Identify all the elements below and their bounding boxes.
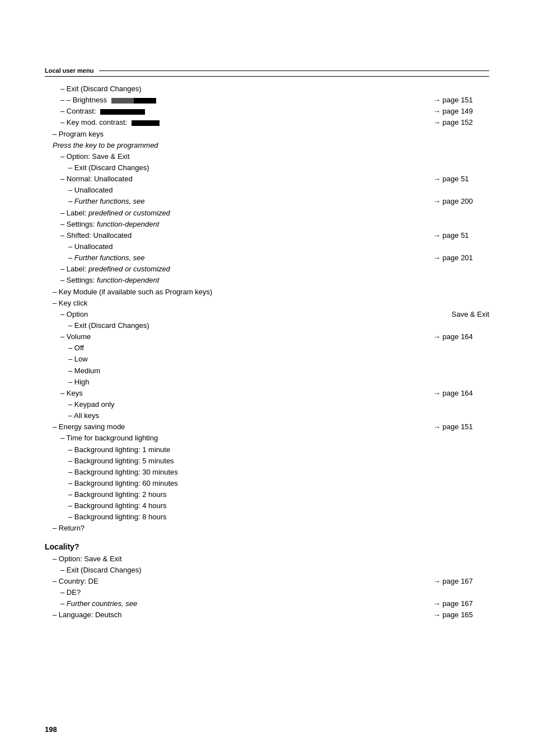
list-item: – All keys — [45, 410, 489, 421]
list-item: – Energy saving mode → page 151 — [45, 421, 489, 433]
list-item: – Further countries, see → page 167 — [45, 598, 489, 609]
list-item: – Exit (Discard Changes) — [45, 162, 489, 173]
list-item: – Background lighting: 1 minute — [45, 444, 489, 456]
list-item: – Exit (Discard Changes) — [45, 320, 489, 331]
list-item: – Option: Save & Exit — [45, 553, 489, 565]
list-item: – Unallocated — [45, 241, 489, 252]
brightness-slider — [111, 98, 156, 104]
list-item: – Key Module (if available such as Progr… — [45, 287, 489, 298]
list-item: – Background lighting: 60 minutes — [45, 478, 489, 489]
contrast-slider — [100, 109, 145, 115]
list-item: – High — [45, 377, 489, 388]
list-item: – Option Save & Exit — [45, 309, 489, 320]
list-item: – Unallocated — [45, 185, 489, 196]
list-item: – Label: predefined or customized — [45, 208, 489, 219]
section-title: Local user menu — [45, 67, 93, 74]
locality-header: Locality? — [45, 542, 489, 551]
list-item: – Medium — [45, 365, 489, 377]
locality-section: Locality? – Option: Save & Exit – Exit (… — [45, 542, 489, 621]
list-item: – Key mod. contrast: → page 152 — [45, 117, 489, 128]
list-item: – Key click — [45, 298, 489, 309]
list-item: – Background lighting: 8 hours — [45, 511, 489, 523]
list-item: – Program keys — [45, 129, 489, 140]
list-item: – Off — [45, 342, 489, 354]
list-item: – Keypad only — [45, 399, 489, 410]
list-item: – Background lighting: 5 minutes — [45, 456, 489, 467]
list-item: – Settings: function-dependent — [45, 219, 489, 230]
list-item: – Return? — [45, 523, 489, 534]
list-item: – Further functions, see → page 200 — [45, 196, 489, 207]
list-item: – Time for background lighting — [45, 433, 489, 444]
list-item: Press the key to be programmed — [45, 140, 489, 151]
menu-content: – Exit (Discard Changes) – – Brightness … — [45, 83, 489, 534]
list-item: – Option: Save & Exit — [45, 151, 489, 162]
list-item: – Exit (Discard Changes) — [45, 83, 489, 95]
section-header: Local user menu — [45, 67, 489, 77]
list-item: – Low — [45, 354, 489, 365]
keymod-slider — [132, 120, 160, 126]
list-item: – DE? — [45, 587, 489, 598]
list-item: – Volume → page 164 — [45, 331, 489, 342]
list-item: – Settings: function-dependent — [45, 275, 489, 286]
list-item: – Contrast: → page 149 — [45, 106, 489, 117]
list-item: – Keys → page 164 — [45, 388, 489, 399]
list-item: – Language: Deutsch → page 165 — [45, 609, 489, 621]
list-item: – Background lighting: 4 hours — [45, 500, 489, 511]
list-item: – Shifted: Unallocated → page 51 — [45, 230, 489, 241]
list-item: – Normal: Unallocated → page 51 — [45, 173, 489, 185]
list-item: – Background lighting: 30 minutes — [45, 467, 489, 478]
list-item: – Country: DE → page 167 — [45, 576, 489, 587]
page-number: 198 — [45, 725, 57, 734]
list-item: – Further functions, see → page 201 — [45, 252, 489, 264]
header-line — [99, 71, 489, 71]
page-container: Local user menu – Exit (Discard Changes)… — [0, 0, 534, 756]
list-item: – – Brightness → page 151 — [45, 95, 489, 106]
list-item: – Background lighting: 2 hours — [45, 489, 489, 500]
list-item: – Label: predefined or customized — [45, 264, 489, 275]
list-item: – Exit (Discard Changes) — [45, 565, 489, 576]
